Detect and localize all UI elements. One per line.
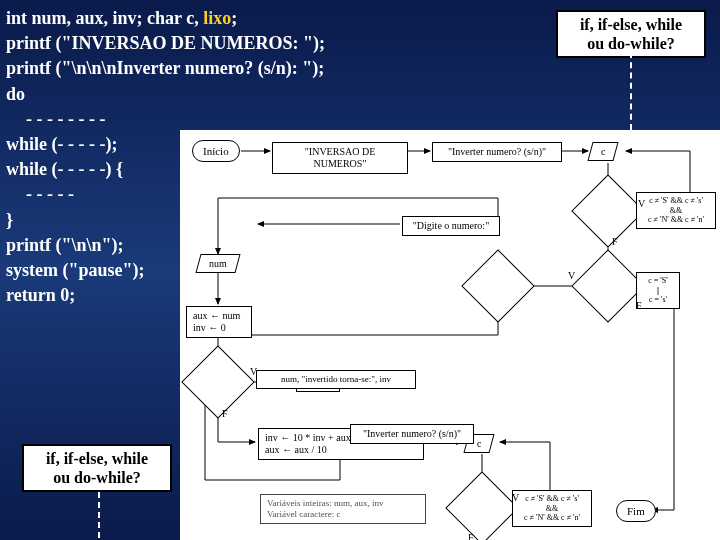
flow-assign-aux-num: aux ← num inv ← 0 [186, 306, 252, 338]
flow-msg-digite: "Digite o numero:" [402, 216, 500, 236]
flow-io-c: c [587, 142, 619, 161]
code-line-2: printf ("INVERSAO DE NUMEROS: "); [6, 31, 346, 56]
label-v-2: V [568, 270, 575, 281]
flow-decision-validate [582, 185, 634, 237]
flow-decision-aux [192, 356, 244, 408]
code-line-3: printf ("\n\n\nInverter numero? (s/n): "… [6, 56, 346, 81]
code-line-1: int num, aux, inv; char c, lixo; [6, 6, 346, 31]
label-f-3: F [222, 408, 228, 419]
label-f-4: F [468, 532, 474, 540]
label-v-1: V [638, 198, 645, 209]
label-f-2: F [636, 300, 642, 311]
flow-decision-again [456, 482, 508, 534]
flow-cond-continue: c = 'S' || c = 's' [636, 272, 680, 309]
label-v-4: V [512, 492, 519, 503]
code-line-5: - - - - - - - - [6, 107, 346, 132]
flow-decision-continue [582, 260, 634, 312]
flow-junction-1 [472, 260, 524, 312]
flow-io-num: num [195, 254, 240, 273]
dashed-connector-top [630, 52, 632, 130]
flow-msg-inversao: "INVERSAO DE NUMEROS" [272, 142, 408, 174]
caption-bottom: if, if-else, while ou do-while? [22, 444, 172, 492]
code-line-4: do [6, 82, 346, 107]
flow-cond-validate: c ≠ 'S' && c ≠ 's' && c ≠ 'N' && c ≠ 'n' [636, 192, 716, 229]
flow-msg-inverter-q: "Inverter numero? (s/n)" [432, 142, 562, 162]
label-f-1: F [612, 236, 618, 247]
flow-terminal-fim: Fim [616, 500, 656, 522]
highlight-lixo: lixo [203, 8, 231, 28]
flow-cond-again: c ≠ 'S' && c ≠ 's' && c ≠ 'N' && c ≠ 'n' [512, 490, 592, 527]
flowchart-area: Início "INVERSAO DE NUMEROS" "Inverter n… [180, 130, 720, 540]
flow-msg-inverter-q2: "Inverter numero? (s/n)" [350, 424, 474, 444]
dashed-connector-bottom [98, 492, 100, 538]
flow-terminal-inicio: Início [192, 140, 240, 162]
flow-msg-resultado: num, "invertido torna-se:", inv [256, 370, 416, 389]
flow-declarations: Variáveis inteiras: num, aux, inv Variáv… [260, 494, 426, 524]
